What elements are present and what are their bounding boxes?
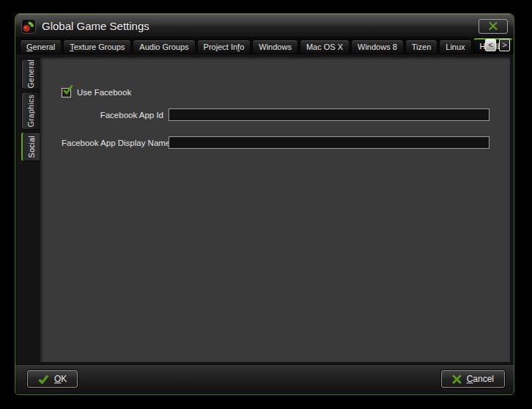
dialog-body: General Graphics Social Use Facebook Fac… [15,54,514,364]
cancel-button-label: Cancel [467,374,494,384]
cancel-x-icon [452,375,462,384]
close-icon [489,22,498,30]
side-tab-bar: General Graphics Social [21,57,40,362]
ok-check-icon [38,375,49,384]
social-settings-panel: Use Facebook Facebook App Id Facebook Ap… [40,57,510,362]
tab-tizen[interactable]: Tizen [405,40,438,54]
side-tab-graphics[interactable]: Graphics [21,92,40,130]
platform-tab-bar: General Texture Groups Audio Groups Proj… [15,37,514,54]
facebook-app-display-name-input[interactable] [169,136,489,149]
tab-scroll-left-button[interactable]: < [485,39,496,51]
global-game-settings-window: Global Game Settings General Texture Gro… [15,13,514,395]
close-button[interactable] [479,19,508,34]
facebook-app-display-name-label: Facebook App Display Name [62,139,163,147]
tab-windows[interactable]: Windows [252,40,298,54]
use-facebook-label: Use Facebook [77,88,131,97]
tab-texture-groups[interactable]: Texture Groups [63,40,131,54]
tab-scroll-right-button[interactable]: > [499,39,510,51]
use-facebook-checkbox[interactable] [62,88,71,97]
chevron-right-icon: > [502,40,506,49]
cancel-button[interactable]: Cancel [441,370,505,388]
tab-scroll-buttons: < > [485,39,510,51]
facebook-app-id-label: Facebook App Id [62,111,163,119]
checkbox-check-icon [62,84,74,96]
side-tab-general[interactable]: General [21,59,40,89]
ok-button-label: OK [54,374,67,384]
tab-project-info[interactable]: Project Info [197,40,251,54]
facebook-app-id-row: Facebook App Id [62,108,489,121]
titlebar[interactable]: Global Game Settings [15,14,514,37]
chevron-left-icon: < [488,40,492,49]
facebook-app-id-input[interactable] [169,108,489,121]
tab-general[interactable]: General [20,40,62,54]
use-facebook-row: Use Facebook [62,87,489,97]
dialog-footer: OK Cancel [15,364,514,394]
tab-linux[interactable]: Linux [439,40,471,54]
ok-button[interactable]: OK [27,370,78,388]
window-title: Global Game Settings [42,20,149,32]
facebook-app-display-name-row: Facebook App Display Name [62,136,489,149]
gamemaker-logo-icon [21,19,36,34]
tab-windows-8[interactable]: Windows 8 [351,40,404,54]
side-tab-social[interactable]: Social [21,132,40,161]
tab-audio-groups[interactable]: Audio Groups [133,40,195,54]
tab-mac-os-x[interactable]: Mac OS X [300,40,350,54]
